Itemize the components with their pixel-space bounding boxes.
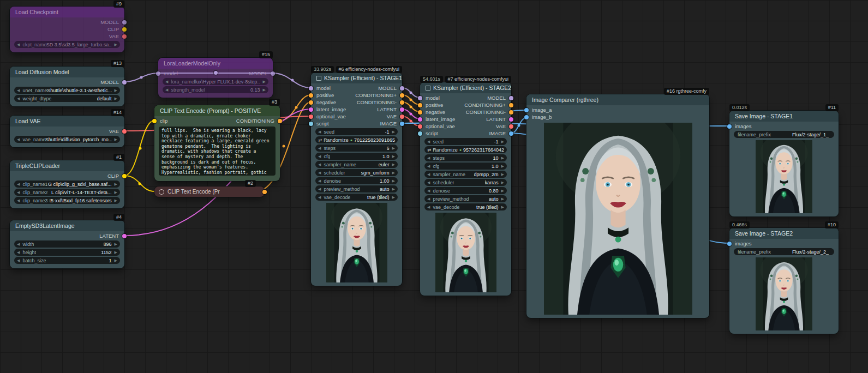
output-slot-conditioning-plus[interactable] [400, 93, 404, 98]
next-arrow-icon[interactable]: ▶ [115, 197, 117, 204]
input-slot-image-a[interactable] [524, 108, 529, 112]
next-arrow-icon[interactable]: ▶ [115, 136, 117, 143]
collapse-box-icon[interactable] [316, 76, 321, 81]
output-slot-conditioning-plus[interactable] [509, 103, 513, 107]
widget-vae-decode[interactable]: ◀vae_decodetrue (tiled)▶ [424, 203, 507, 210]
widget-denoise[interactable]: ◀denoise0.80▶ [424, 187, 507, 194]
input-slot-model[interactable] [309, 86, 313, 91]
input-slot-optional-vae[interactable] [309, 115, 313, 119]
prev-arrow-icon[interactable]: ◀ [318, 153, 321, 160]
next-arrow-icon[interactable]: ▶ [501, 179, 504, 186]
prev-arrow-icon[interactable]: ◀ [318, 177, 321, 184]
widget-vae-name[interactable]: ◀ vae_name Shuttle\diffusion_pytorch_mo.… [14, 136, 120, 143]
next-arrow-icon[interactable]: ▶ [263, 78, 266, 85]
input-slot-images[interactable] [727, 242, 732, 246]
next-arrow-icon[interactable]: ▶ [115, 181, 117, 188]
next-arrow-icon[interactable]: ▶ [392, 161, 395, 168]
widget-steps[interactable]: ◀steps10▶ [424, 154, 507, 161]
widget-clip-name1[interactable]: ◀ clip_name1 G clip\clip_g_sdxl_base.saf… [14, 181, 120, 188]
next-arrow-icon[interactable]: ▶ [115, 87, 117, 94]
node-save-image-stage2[interactable]: Save Image - STAGE2 images filename_pref… [729, 228, 839, 334]
input-slot-images[interactable] [727, 124, 732, 129]
prompt-textarea[interactable]: full lips. She is wearing a black, lacy … [159, 127, 276, 176]
output-slot-image[interactable] [509, 131, 513, 136]
next-arrow-icon[interactable]: ▶ [501, 187, 504, 194]
input-slot-image-b[interactable] [524, 115, 529, 119]
output-slot-vae[interactable] [509, 124, 513, 129]
widget-scheduler[interactable]: ◀schedulersgm_uniform▶ [315, 169, 398, 176]
prev-arrow-icon[interactable]: ◀ [318, 185, 321, 192]
node-graph-canvas[interactable]: #9 #13 #14 #1 #4 #15 #3 #2 33.902s #6 ef… [0, 0, 868, 373]
prev-arrow-icon[interactable]: ◀ [427, 154, 430, 161]
output-slot-conditioning-minus[interactable] [509, 110, 513, 115]
widget-sampler-name[interactable]: ◀sampler_namedpmpp_2m▶ [424, 171, 507, 178]
next-arrow-icon[interactable]: ▶ [392, 153, 395, 160]
node-lora-loader-model-only[interactable]: LoraLoaderModelOnly model MODEL ◀ lora_n… [158, 58, 273, 98]
prev-arrow-icon[interactable]: ◀ [427, 138, 430, 145]
widget-vae-decode[interactable]: ◀vae_decodetrue (tiled)▶ [315, 194, 398, 201]
next-arrow-icon[interactable]: ▶ [392, 177, 395, 184]
prev-arrow-icon[interactable]: ◀ [427, 203, 430, 210]
output-slot-conditioning[interactable] [278, 119, 282, 123]
next-arrow-icon[interactable]: ▶ [392, 128, 395, 135]
prev-arrow-icon[interactable]: ◀ [17, 189, 20, 196]
node-triple-clip-loader[interactable]: TripleCLIPLoader CLIP ◀ clip_name1 G cli… [10, 160, 124, 208]
node-clip-text-encode-positive[interactable]: CLIP Text Encode (Prompt) - POSITIVE cli… [154, 105, 280, 181]
collapse-toggle-icon[interactable] [159, 189, 164, 195]
widget-clip-name3[interactable]: ◀ clip_name3 t5-xxl\t5xxl_fp16.safetenso… [14, 197, 120, 204]
prev-arrow-icon[interactable]: ◀ [427, 187, 430, 194]
prev-arrow-icon[interactable]: ◀ [318, 169, 321, 176]
node-load-diffusion-model[interactable]: Load Diffusion Model MODEL ◀ unet_name S… [10, 67, 124, 106]
input-slot-model[interactable] [418, 96, 422, 100]
prev-arrow-icon[interactable]: ◀ [17, 136, 20, 143]
widget-unet-name[interactable]: ◀ unet_name Shuttle\shuttle-3.1-aestheti… [14, 87, 120, 94]
widget-width[interactable]: ◀ width 896 ▶ [14, 240, 120, 248]
node-ksampler-stage2[interactable]: KSampler (Efficient) - STAGE2 modelMODEL… [420, 82, 511, 296]
output-slot-clip[interactable] [122, 27, 127, 32]
widget-steps[interactable]: ◀steps6▶ [315, 145, 398, 152]
output-slot-vae[interactable] [400, 115, 404, 119]
prev-arrow-icon[interactable]: ◀ [17, 197, 20, 204]
prev-arrow-icon[interactable]: ◀ [165, 78, 168, 85]
output-slot-latent[interactable] [400, 107, 404, 112]
next-arrow-icon[interactable]: ▶ [392, 194, 395, 201]
input-slot-script[interactable] [418, 131, 422, 136]
next-arrow-icon[interactable]: ▶ [392, 169, 395, 176]
prev-arrow-icon[interactable]: ◀ [427, 163, 430, 170]
output-slot-latent[interactable] [122, 234, 127, 238]
next-arrow-icon[interactable]: ▶ [115, 41, 117, 48]
input-slot-negative[interactable] [309, 100, 313, 105]
next-arrow-icon[interactable]: ▶ [501, 195, 504, 202]
output-slot-conditioning-minus[interactable] [400, 100, 404, 105]
prev-arrow-icon[interactable]: ◀ [17, 181, 20, 188]
input-slot-positive[interactable] [309, 93, 313, 98]
widget-filename-prefix[interactable]: filename_prefix Flux/2-stage/_1_ [734, 131, 834, 138]
prev-arrow-icon[interactable]: ◀ [17, 240, 20, 248]
output-slot-model[interactable] [400, 86, 404, 91]
prev-arrow-icon[interactable]: ◀ [17, 249, 20, 256]
next-arrow-icon[interactable]: ▶ [501, 171, 504, 178]
next-arrow-icon[interactable]: ▶ [501, 138, 504, 145]
widget-seed[interactable]: ◀seed-1▶ [315, 128, 398, 135]
next-arrow-icon[interactable]: ▶ [392, 185, 395, 192]
next-arrow-icon[interactable]: ▶ [115, 95, 117, 102]
node-clip-text-encode-negative[interactable]: CLIP Text Encode (Pr [154, 186, 265, 197]
next-arrow-icon[interactable]: ▶ [263, 86, 266, 93]
output-slot-model[interactable] [509, 96, 513, 100]
widget-weight-dtype[interactable]: ◀ weight_dtype default ▶ [14, 95, 120, 102]
input-slot-latent-image[interactable] [418, 117, 422, 122]
input-slot-positive[interactable] [418, 103, 422, 107]
widget-seed-control[interactable]: ⇄Randomize /●701225823091865 [315, 136, 398, 143]
output-slot-clip[interactable] [122, 174, 127, 178]
widget-sampler-name[interactable]: ◀sampler_nameeuler▶ [315, 161, 398, 168]
prev-arrow-icon[interactable]: ◀ [17, 95, 20, 102]
widget-preview-method[interactable]: ◀preview_methodauto▶ [424, 195, 507, 202]
next-arrow-icon[interactable]: ▶ [501, 203, 504, 210]
output-slot-vae[interactable] [122, 129, 127, 134]
prev-arrow-icon[interactable]: ◀ [165, 86, 168, 93]
widget-cfg[interactable]: ◀cfg1.0▶ [424, 163, 507, 170]
widget-ckpt-name[interactable]: ◀ ckpt_name SD 3.5\sd3.5_large_turbo.sa.… [14, 41, 120, 48]
prev-arrow-icon[interactable]: ◀ [427, 195, 430, 202]
widget-cfg[interactable]: ◀cfg1.0▶ [315, 153, 398, 160]
prev-arrow-icon[interactable]: ◀ [17, 87, 20, 94]
